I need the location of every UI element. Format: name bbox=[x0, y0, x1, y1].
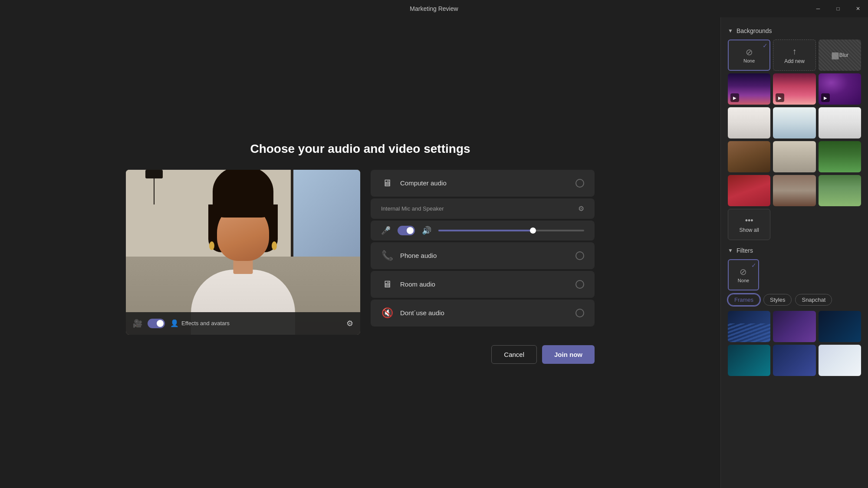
frame-blue-corp-item[interactable] bbox=[773, 345, 815, 376]
blur-icon: ▦ bbox=[831, 50, 839, 60]
video-play-icon-3: ▶ bbox=[821, 93, 830, 102]
camera-toggle[interactable] bbox=[148, 319, 165, 328]
bg-modern-item[interactable] bbox=[773, 141, 815, 172]
no-audio-label: Dont´use audio bbox=[400, 309, 569, 317]
lamp-shade bbox=[145, 170, 163, 178]
audio-option-computer[interactable]: 🖥 Computer audio bbox=[371, 170, 595, 197]
video-feed bbox=[126, 170, 360, 335]
bg-pink-clouds-item[interactable]: ▶ bbox=[773, 73, 815, 105]
camera-icon: 🎥 bbox=[133, 319, 142, 328]
computer-audio-label: Computer audio bbox=[400, 179, 569, 187]
bg-office2-item[interactable] bbox=[773, 107, 815, 138]
device-label: Internal Mic and Speaker bbox=[381, 205, 573, 212]
bg-office3-item[interactable] bbox=[819, 107, 861, 138]
show-all-label: Show all bbox=[739, 227, 759, 233]
phone-audio-icon: 📞 bbox=[381, 250, 393, 261]
room-audio-label: Room audio bbox=[400, 280, 569, 288]
window-title: Marketing Review bbox=[410, 5, 458, 12]
backgrounds-section-label: Backgrounds bbox=[736, 27, 772, 34]
filter-none-icon: ⊘ None bbox=[738, 267, 749, 283]
frame-teal-wave-item[interactable] bbox=[728, 345, 770, 376]
earring-right bbox=[272, 241, 277, 250]
selected-check-icon: ✓ bbox=[763, 42, 768, 49]
filter-none-item[interactable]: ⊘ None ✓ bbox=[728, 259, 759, 290]
person-hair bbox=[213, 170, 273, 218]
join-now-button[interactable]: Join now bbox=[542, 345, 595, 364]
show-all-dots-icon: ••• bbox=[745, 216, 753, 225]
bg-forest-item[interactable] bbox=[819, 141, 861, 172]
close-button[interactable]: ✕ bbox=[848, 0, 868, 17]
minimize-button[interactable]: ─ bbox=[808, 0, 828, 17]
effects-avatar-icon: 👤 bbox=[170, 319, 179, 327]
computer-audio-radio[interactable] bbox=[575, 179, 584, 188]
bg-red-room-item[interactable] bbox=[728, 175, 770, 206]
frame-dark-blue-item[interactable] bbox=[819, 311, 861, 342]
tab-styles[interactable]: Styles bbox=[763, 294, 792, 306]
backgrounds-section-header: ▼ Backgrounds bbox=[728, 27, 861, 34]
no-audio-radio[interactable] bbox=[575, 309, 584, 317]
title-bar: Marketing Review ─ □ ✕ bbox=[0, 0, 868, 17]
action-row: Cancel Join now bbox=[126, 345, 595, 364]
bg-purple-sky-item[interactable]: ▶ bbox=[728, 73, 770, 105]
settings-icon[interactable]: ⚙ bbox=[346, 319, 353, 328]
bg-arch-item[interactable] bbox=[773, 175, 815, 206]
filters-chevron-icon: ▼ bbox=[728, 247, 733, 254]
backgrounds-grid: ⊘ None ✓ ↑ Add new ▦ Blur ▶ ▶ ▶ bbox=[728, 40, 861, 240]
main-content: Choose your audio and video settings bbox=[0, 17, 720, 488]
bg-office1-item[interactable] bbox=[728, 107, 770, 138]
video-preview: 🎥 👤 Effects and avatars ⚙ bbox=[126, 170, 360, 335]
bg-wooden-item[interactable] bbox=[728, 141, 770, 172]
no-audio-icon: 🔇 bbox=[381, 307, 393, 319]
volume-slider-track[interactable] bbox=[438, 230, 584, 231]
volume-icon: 🔊 bbox=[422, 226, 431, 235]
frame-white-pattern-item[interactable] bbox=[819, 345, 861, 376]
video-play-icon: ▶ bbox=[730, 93, 739, 102]
bg-show-all-item[interactable]: ••• Show all bbox=[728, 209, 770, 240]
bg-blur-item[interactable]: ▦ Blur bbox=[819, 40, 861, 71]
frame-purple-wave-item[interactable] bbox=[773, 311, 815, 342]
add-new-icon: ↑ bbox=[792, 46, 796, 56]
video-play-icon-2: ▶ bbox=[776, 93, 784, 102]
audio-option-phone[interactable]: 📞 Phone audio bbox=[371, 242, 595, 269]
room-audio-icon: 🖥 bbox=[381, 279, 393, 290]
filter-tabs: Frames Styles Snapchat bbox=[728, 294, 861, 306]
mic-toggle[interactable] bbox=[398, 226, 415, 235]
device-row: Internal Mic and Speaker ⚙ bbox=[371, 198, 595, 219]
cancel-button[interactable]: Cancel bbox=[491, 345, 537, 364]
audio-option-room[interactable]: 🖥 Room audio bbox=[371, 271, 595, 298]
filters-section-header: ▼ Filters bbox=[728, 247, 861, 254]
tab-frames[interactable]: Frames bbox=[728, 294, 760, 306]
none-icon: ⊘ None bbox=[743, 47, 755, 63]
earring-left bbox=[209, 241, 214, 250]
effects-label: Effects and avatars bbox=[181, 320, 230, 326]
filter-none-grid: ⊘ None ✓ bbox=[728, 259, 861, 290]
microphone-icon: 🎤 bbox=[381, 226, 391, 235]
content-row: 🎥 👤 Effects and avatars ⚙ 🖥 Computer aud… bbox=[126, 170, 595, 335]
audio-option-none[interactable]: 🔇 Dont´use audio bbox=[371, 300, 595, 326]
room-audio-radio[interactable] bbox=[575, 280, 584, 289]
mic-volume-controls: 🎤 🔊 bbox=[371, 221, 595, 241]
bg-none-label: None bbox=[743, 58, 755, 63]
tab-snapchat[interactable]: Snapchat bbox=[795, 294, 832, 306]
bg-none-item[interactable]: ⊘ None ✓ bbox=[728, 40, 770, 71]
backgrounds-chevron-icon: ▼ bbox=[728, 28, 733, 34]
audio-panel: 🖥 Computer audio Internal Mic and Speake… bbox=[371, 170, 595, 326]
bg-add-new-label: Add new bbox=[784, 58, 805, 64]
lamp bbox=[143, 170, 165, 222]
frame-waves-blue-item[interactable] bbox=[728, 311, 770, 342]
volume-slider-fill bbox=[438, 230, 533, 231]
maximize-button[interactable]: □ bbox=[828, 0, 848, 17]
bg-garden-item[interactable] bbox=[819, 175, 861, 206]
phone-audio-radio[interactable] bbox=[575, 251, 584, 260]
bg-add-new-item[interactable]: ↑ Add new bbox=[773, 40, 815, 71]
filter-selected-check-icon: ✓ bbox=[751, 262, 756, 269]
bg-purple-bokeh-item[interactable]: ▶ bbox=[819, 73, 861, 105]
effects-button[interactable]: 👤 Effects and avatars bbox=[170, 319, 230, 327]
filter-none-label: None bbox=[738, 278, 749, 283]
window-controls: ─ □ ✕ bbox=[808, 0, 868, 17]
audio-settings-icon[interactable]: ⚙ bbox=[578, 204, 584, 213]
video-toolbar: 🎥 👤 Effects and avatars ⚙ bbox=[126, 312, 360, 335]
bg-blur-label: Blur bbox=[839, 52, 848, 58]
volume-slider-thumb[interactable] bbox=[530, 228, 536, 234]
phone-audio-label: Phone audio bbox=[400, 252, 569, 259]
